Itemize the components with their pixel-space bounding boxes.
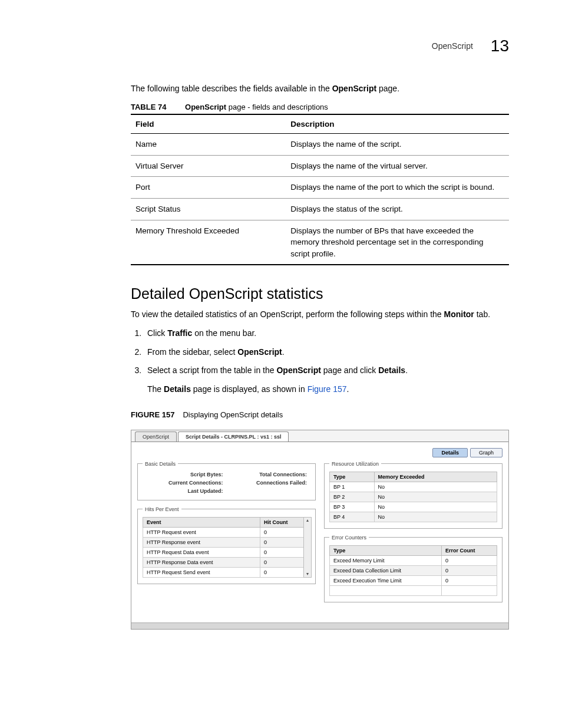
th-hit-count: Hit Count: [260, 517, 310, 527]
resource-utilization-box: Resource Utilization TypeMemory Exceeded…: [324, 461, 503, 529]
errors-table: TypeError Count Exceed Memory Limit0 Exc…: [329, 545, 497, 596]
label-current-connections: Current Connections:: [143, 480, 227, 486]
tabs-bar: OpenScript Script Details - CLRPINS.PL :…: [131, 431, 508, 442]
chapter-number: 13: [491, 37, 509, 55]
th-error-count: Error Count: [442, 545, 497, 555]
running-header: OpenScript 13: [432, 37, 509, 55]
details-button[interactable]: Details: [432, 448, 468, 457]
tab-openscript[interactable]: OpenScript: [135, 431, 177, 442]
cell-field: Memory Threshold Exceeded: [131, 220, 286, 265]
cell-field: Port: [131, 177, 286, 199]
table-row: Virtual ServerDisplays the name of the v…: [131, 155, 509, 177]
figure-caption: FIGURE 157Displaying OpenScript details: [131, 410, 509, 419]
fields-table: Field Description NameDisplays the name …: [131, 114, 509, 265]
step-follow: The Details page is displayed, as shown …: [147, 383, 509, 396]
tab-script-details[interactable]: Script Details - CLRPINS.PL : vs1 : ssl: [178, 431, 289, 442]
table-row: HTTP Request event0: [143, 527, 310, 537]
table-row: PortDisplays the name of the port to whi…: [131, 177, 509, 199]
lead-a: To view the detailed statistics of an Op…: [131, 309, 444, 319]
cell-desc: Displays the name of the script.: [286, 134, 509, 156]
graph-button[interactable]: Graph: [470, 448, 503, 457]
table-row: HTTP Request Data event0: [143, 547, 310, 557]
table-row: BP 4No: [330, 512, 497, 522]
hits-per-event-box: Hits Per Event EventHit Count HTTP Reque…: [137, 506, 316, 584]
table-row: BP 1No: [330, 482, 497, 492]
th-event: Event: [143, 517, 260, 527]
intro-text-b: page.: [376, 84, 399, 93]
scroll-down-icon[interactable]: ▾: [306, 571, 309, 577]
table-row: HTTP Request Send event0: [143, 567, 310, 577]
lead-paragraph: To view the detailed statistics of an Op…: [131, 308, 509, 321]
figure-number: FIGURE 157: [131, 410, 174, 419]
lead-bold: Monitor: [444, 309, 474, 319]
table-title-bold: OpenScript: [185, 103, 226, 111]
table-row: HTTP Response event0: [143, 537, 310, 547]
screenshot-footer: [131, 622, 508, 629]
table-row: Memory Threshold ExceededDisplays the nu…: [131, 220, 509, 265]
table-row: Script StatusDisplays the status of the …: [131, 198, 509, 220]
table-row: NameDisplays the name of the script.: [131, 134, 509, 156]
screenshot-container: OpenScript Script Details - CLRPINS.PL :…: [131, 430, 509, 630]
resource-legend: Resource Utilization: [329, 461, 381, 467]
table-row: BP 2No: [330, 492, 497, 502]
th-type: Type: [330, 472, 375, 482]
label-connections-failed: Connections Failed:: [227, 480, 311, 486]
th-desc: Description: [286, 114, 509, 134]
scrollbar[interactable]: ▴ ▾: [303, 517, 312, 578]
basic-details-box: Basic Details Script Bytes: Total Connec…: [137, 461, 316, 500]
step-item: From the sidebar, select OpenScript.: [144, 346, 509, 359]
scroll-up-icon[interactable]: ▴: [306, 518, 309, 523]
steps-list: Click Traffic on the menu bar. From the …: [131, 327, 509, 396]
th-type: Type: [330, 545, 442, 555]
table-row: Exceed Memory Limit0: [330, 555, 497, 565]
intro-text-a: The following table describes the fields…: [131, 84, 332, 93]
table-row: BP 3No: [330, 502, 497, 512]
lead-b: tab.: [474, 309, 490, 319]
table-row: Exceed Data Collection Limit0: [330, 565, 497, 575]
table-title-rest: page - fields and descriptions: [226, 103, 328, 111]
step-item: Select a script from the table in the Op…: [144, 364, 509, 396]
running-header-label: OpenScript: [432, 41, 473, 51]
label-last-updated: Last Updated:: [143, 488, 227, 494]
th-field: Field: [131, 114, 286, 134]
cell-desc: Displays the name of the port to which t…: [286, 177, 509, 199]
th-memory-exceeded: Memory Exceeded: [374, 472, 497, 482]
cell-field: Virtual Server: [131, 155, 286, 177]
cell-desc: Displays the name of the virtual server.: [286, 155, 509, 177]
cell-field: Script Status: [131, 198, 286, 220]
table-row: [330, 585, 497, 595]
label-script-bytes: Script Bytes:: [143, 472, 227, 477]
table-row: HTTP Response Data event0: [143, 557, 310, 567]
table-number: TABLE 74: [131, 103, 166, 111]
hits-legend: Hits Per Event: [143, 506, 181, 512]
hits-table: EventHit Count HTTP Request event0 HTTP …: [143, 517, 310, 578]
step-item: Click Traffic on the menu bar.: [144, 327, 509, 340]
cell-field: Name: [131, 134, 286, 156]
section-heading: Detailed OpenScript statistics: [131, 285, 509, 302]
intro-paragraph: The following table describes the fields…: [131, 83, 509, 94]
table-row: Exceed Execution Time Limit0: [330, 575, 497, 585]
error-counters-box: Error Counters TypeError Count Exceed Me…: [324, 535, 503, 602]
table-caption: TABLE 74 OpenScript page - fields and de…: [131, 103, 509, 111]
errors-legend: Error Counters: [329, 535, 369, 541]
intro-bold: OpenScript: [332, 84, 376, 93]
label-total-connections: Total Connections:: [227, 472, 311, 477]
resource-table: TypeMemory Exceeded BP 1No BP 2No BP 3No…: [329, 472, 497, 522]
cell-desc: Displays the status of the script.: [286, 198, 509, 220]
cell-desc: Displays the number of BPs that have exc…: [286, 220, 509, 265]
figure-title: Displaying OpenScript details: [183, 410, 283, 419]
figure-reference-link[interactable]: Figure 157: [308, 384, 347, 394]
basic-details-legend: Basic Details: [143, 461, 178, 467]
